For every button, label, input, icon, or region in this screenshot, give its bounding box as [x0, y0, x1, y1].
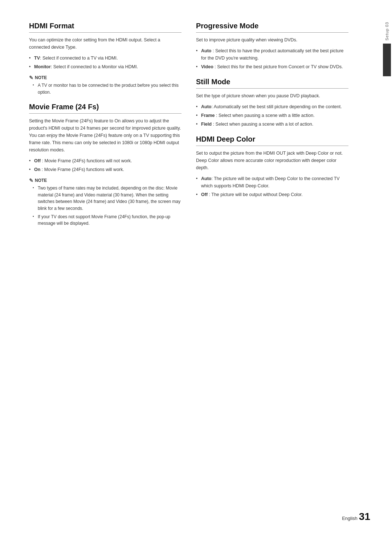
still-mode-bullets: Auto: Automatically set the best still p…: [196, 103, 348, 128]
note-item-1: A TV or monitor has to be connected to t…: [33, 82, 181, 95]
left-column: HDMI Format You can optimize the color s…: [29, 22, 181, 233]
movie-frame-note-list: Two types of frame rates may be included…: [33, 185, 181, 227]
bullet-on-bold: On: [34, 167, 40, 172]
deep-off-text: : The picture will be output without Dee…: [208, 192, 303, 197]
hdmi-format-note-list: A TV or monitor has to be connected to t…: [33, 82, 181, 95]
still-frame-text: : Select when pausing a scene with a lit…: [215, 113, 315, 118]
bullet-on-text: : Movie Frame (24Fs) functions will work…: [40, 167, 124, 172]
chapter-label: Setup: [385, 28, 389, 41]
page-footer: English 31: [342, 511, 370, 522]
bullet-off-text: : Movie Frame (24Fs) functions will not …: [41, 158, 132, 163]
bullet-on: On : Movie Frame (24Fs) functions will w…: [29, 166, 181, 173]
progressive-mode-intro: Set to improve picture quality when view…: [196, 36, 348, 44]
prog-auto-text: : Select this to have the product automa…: [201, 48, 344, 61]
note-icon-2: ✎: [29, 178, 33, 183]
bullet-tv-text: : Select if connected to a TV via HDMI.: [40, 56, 118, 61]
prog-bullet-auto: Auto : Select this to have the product a…: [196, 47, 348, 62]
footer-label: English: [342, 516, 358, 521]
chapter-bar: [383, 44, 391, 76]
deep-auto-text: : The picture will be output with Deep C…: [201, 176, 340, 188]
bullet-tv-bold: TV: [34, 56, 40, 61]
progressive-mode-bullets: Auto : Select this to have the product a…: [196, 47, 348, 70]
note-label: NOTE: [35, 75, 47, 80]
movie-frame-note: ✎ NOTE Two types of frame rates may be i…: [29, 178, 181, 227]
prog-bullet-video: Video : Select this for the best picture…: [196, 63, 348, 70]
prog-video-bold: Video: [201, 64, 213, 69]
right-column: Progressive Mode Set to improve picture …: [196, 22, 348, 233]
section-hdmi-format: HDMI Format You can optimize the color s…: [29, 22, 181, 95]
hdmi-deep-color-intro: Set to output the picture from the HDMI …: [196, 150, 348, 171]
still-field-text: : Select when pausing a scene with a lot…: [212, 122, 313, 127]
still-auto-text: : Automatically set the best still pictu…: [211, 104, 342, 109]
hdmi-format-intro: You can optimize the color setting from …: [29, 36, 181, 51]
prog-auto-bold: Auto: [201, 48, 211, 53]
still-mode-title: Still Mode: [196, 78, 348, 89]
hdmi-format-note: ✎ NOTE A TV or monitor has to be connect…: [29, 75, 181, 95]
content-area: HDMI Format You can optimize the color s…: [0, 0, 382, 537]
movie-frame-intro: Setting the Movie Frame (24Fs) feature t…: [29, 117, 181, 154]
bullet-monitor-bold: Monitor: [34, 64, 51, 69]
hdmi-format-bullets: TV: Select if connected to a TV via HDMI…: [29, 54, 181, 70]
deep-bullet-auto: Auto: The picture will be output with De…: [196, 175, 348, 190]
hdmi-format-title: HDMI Format: [29, 22, 181, 33]
movie-frame-title: Movie Frame (24 Fs): [29, 103, 181, 114]
still-bullet-frame: Frame : Select when pausing a scene with…: [196, 112, 348, 119]
movie-note-item-2: If your TV does not support Movie Frame …: [33, 213, 181, 227]
deep-off-bold: Off: [201, 192, 208, 197]
page-wrapper: 03 Setup HDMI Format You can optimize th…: [0, 0, 392, 537]
deep-auto-bold: Auto: [201, 176, 211, 181]
prog-video-text: : Select this for the best picture from …: [213, 64, 343, 69]
hdmi-format-note-title: ✎ NOTE: [29, 75, 181, 81]
section-progressive-mode: Progressive Mode Set to improve picture …: [196, 22, 348, 70]
bullet-monitor-text: : Select if connected to a Monitor via H…: [51, 64, 138, 69]
movie-note-item-1: Two types of frame rates may be included…: [33, 185, 181, 212]
note-label-2: NOTE: [35, 178, 47, 183]
still-auto-bold: Auto: [201, 104, 211, 109]
note-icon: ✎: [29, 75, 33, 81]
hdmi-deep-color-title: HDMI Deep Color: [196, 135, 348, 146]
still-frame-bold: Frame: [201, 113, 215, 118]
section-still-mode: Still Mode Set the type of picture shown…: [196, 78, 348, 128]
still-field-bold: Field: [201, 122, 212, 127]
hdmi-deep-color-bullets: Auto: The picture will be output with De…: [196, 175, 348, 198]
progressive-mode-title: Progressive Mode: [196, 22, 348, 33]
chapter-number: 03: [385, 22, 389, 27]
page-number: 31: [359, 511, 370, 522]
still-mode-intro: Set the type of picture shown when you p…: [196, 92, 348, 99]
still-bullet-auto: Auto: Automatically set the best still p…: [196, 103, 348, 110]
two-column-layout: HDMI Format You can optimize the color s…: [29, 22, 360, 233]
section-movie-frame: Movie Frame (24 Fs) Setting the Movie Fr…: [29, 103, 181, 227]
section-hdmi-deep-color: HDMI Deep Color Set to output the pictur…: [196, 135, 348, 198]
bullet-off-bold: Off: [34, 158, 41, 163]
still-bullet-field: Field : Select when pausing a scene with…: [196, 121, 348, 128]
bullet-tv: TV: Select if connected to a TV via HDMI…: [29, 54, 181, 62]
movie-frame-note-title: ✎ NOTE: [29, 178, 181, 183]
bullet-monitor: Monitor: Select if connected to a Monito…: [29, 63, 181, 70]
bullet-off: Off : Movie Frame (24Fs) functions will …: [29, 157, 181, 164]
movie-frame-bullets: Off : Movie Frame (24Fs) functions will …: [29, 157, 181, 173]
deep-bullet-off: Off : The picture will be output without…: [196, 191, 348, 198]
side-tab: 03 Setup: [382, 22, 392, 76]
